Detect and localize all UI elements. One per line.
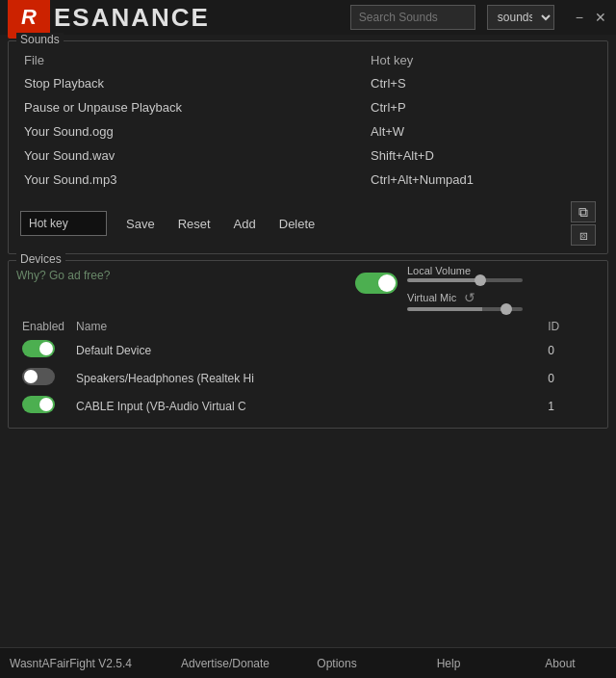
col-id: ID [542, 317, 600, 336]
col-name: Name [70, 317, 542, 336]
paste-icon-button[interactable]: ⧇ [571, 224, 596, 246]
save-button[interactable]: Save [122, 215, 159, 233]
device-name: Default Device [70, 336, 542, 364]
sounds-dropdown[interactable]: sounds all [487, 5, 554, 30]
footer-options[interactable]: Options [281, 657, 393, 670]
table-row[interactable]: Your Sound.wav Shift+Alt+D [16, 143, 600, 168]
virtual-mic-row: Virtual Mic ↺ [407, 290, 523, 311]
reset-button[interactable]: Reset [174, 215, 215, 233]
title-bar: R ESANANCE sounds all − ✕ [0, 0, 616, 35]
window-controls: − ✕ [574, 10, 608, 25]
virtual-mic-label: Virtual Mic [407, 292, 456, 303]
sound-hotkey: Ctrl+S [363, 71, 600, 95]
list-item: Default Device 0 [16, 336, 600, 364]
device-toggle-cell[interactable] [16, 392, 70, 420]
copy-icon-button[interactable]: ⧉ [571, 201, 596, 222]
devices-top: Why? Go ad free? Local Volume [16, 265, 600, 311]
sound-file: Stop Playback [16, 71, 363, 95]
footer-about[interactable]: About [504, 657, 616, 670]
sound-hotkey: Alt+W [363, 119, 600, 143]
sound-file: Your Sound.wav [16, 143, 363, 168]
footer-advertise[interactable]: Advertise/Donate [169, 657, 281, 670]
sound-hotkey: Ctrl+Alt+Numpad1 [363, 168, 600, 192]
hotkey-input[interactable] [20, 211, 107, 236]
icon-buttons: ⧉ ⧇ [571, 201, 596, 246]
footer-help[interactable]: Help [393, 657, 504, 670]
ad-text: Why? Go ad free? [16, 265, 110, 282]
device-id: 0 [542, 364, 600, 392]
devices-section: Devices Why? Go ad free? Local Volume [8, 260, 608, 429]
virtual-mic-slider[interactable] [407, 307, 523, 311]
col-enabled: Enabled [16, 317, 70, 336]
table-row[interactable]: Pause or Unpause Playback Ctrl+P [16, 95, 600, 119]
close-button[interactable]: ✕ [593, 10, 608, 25]
table-row[interactable]: Your Sound.mp3 Ctrl+Alt+Numpad1 [16, 168, 600, 192]
device-id: 1 [542, 392, 600, 420]
local-volume-slider[interactable] [407, 278, 523, 282]
add-button[interactable]: Add [230, 215, 260, 233]
minimize-button[interactable]: − [574, 10, 585, 25]
sound-hotkey: Shift+Alt+D [363, 143, 600, 168]
device-id: 0 [542, 336, 600, 364]
devices-label: Devices [16, 252, 65, 266]
title-bar-controls: sounds all − ✕ [350, 5, 608, 30]
main-toggle[interactable] [355, 273, 398, 294]
sounds-table: File Hot key Stop Playback Ctrl+S Pause … [16, 49, 600, 192]
sound-file: Pause or Unpause Playback [16, 95, 363, 119]
device-toggle[interactable] [22, 396, 55, 413]
sound-file: Your Sound.ogg [16, 119, 363, 143]
toggle-area: Local Volume Virtual Mic ↺ [355, 265, 600, 311]
device-toggle-cell[interactable] [16, 364, 70, 392]
volume-controls: Local Volume Virtual Mic ↺ [407, 265, 600, 311]
logo-text: ESANANCE [54, 3, 210, 33]
device-toggle-cell[interactable] [16, 336, 70, 364]
delete-button[interactable]: Delete [275, 215, 320, 233]
table-row[interactable]: Stop Playback Ctrl+S [16, 71, 600, 95]
device-name: CABLE Input (VB-Audio Virtual C [70, 392, 542, 420]
sounds-label: Sounds [16, 33, 64, 46]
search-sounds-input[interactable] [350, 5, 475, 30]
sounds-section: Sounds File Hot key Stop Playback Ctrl+S… [8, 40, 608, 254]
table-row[interactable]: Your Sound.ogg Alt+W [16, 119, 600, 143]
devices-table: Enabled Name ID Default Device 0 Speaker… [16, 317, 600, 420]
list-item: Speakers/Headphones (Realtek Hi 0 [16, 364, 600, 392]
sound-file: Your Sound.mp3 [16, 168, 363, 192]
device-toggle[interactable] [22, 340, 55, 357]
sound-hotkey: Ctrl+P [363, 95, 600, 119]
footer-version: WasntAFairFight V2.5.4 [0, 657, 169, 670]
footer: WasntAFairFight V2.5.4 Advertise/Donate … [0, 647, 616, 678]
col-hotkey: Hot key [363, 49, 600, 71]
list-item: CABLE Input (VB-Audio Virtual C 1 [16, 392, 600, 420]
col-file: File [16, 49, 363, 71]
action-bar: Save Reset Add Delete ⧉ ⧇ [16, 201, 600, 246]
device-toggle[interactable] [22, 368, 55, 385]
device-name: Speakers/Headphones (Realtek Hi [70, 364, 542, 392]
local-volume-row: Local Volume [407, 265, 523, 282]
